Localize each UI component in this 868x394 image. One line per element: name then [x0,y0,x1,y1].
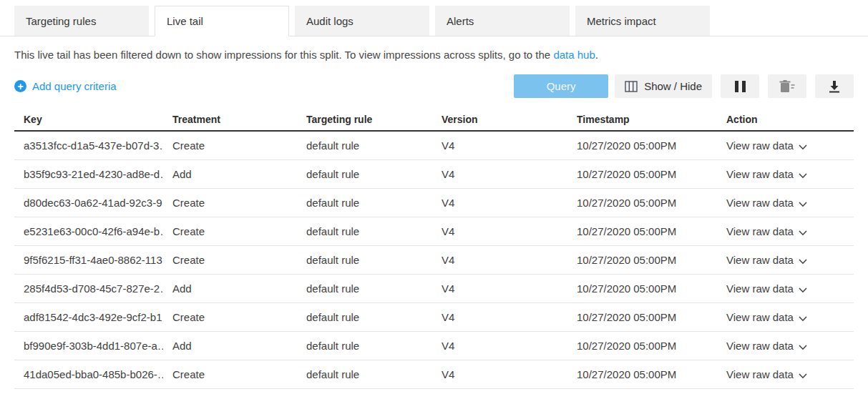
chevron-down-icon [799,140,807,152]
timestamp-cell: 10/27/2020 05:00PM [567,225,717,237]
tab-live-tail[interactable]: Live tail [155,6,289,36]
chevron-down-icon [799,340,807,353]
tab-targeting-rules[interactable]: Targeting rules [14,6,149,36]
tab-metrics-impact[interactable]: Metrics impact [575,6,710,36]
version-cell: V4 [432,311,567,323]
targeting-rule-cell: default rule [297,254,432,266]
key-cell: e5231e63-00c0-42f6-a94e-b… [14,225,163,237]
show-hide-columns-button[interactable]: Show / Hide [615,74,712,98]
timestamp-cell: 10/27/2020 05:00PM [567,168,717,180]
view-raw-data-button[interactable]: View raw data [717,310,854,324]
table-row: 9f5f6215-ff31-4ae0-8862-113… Create defa… [14,246,854,275]
targeting-rule-cell: default rule [297,197,432,209]
col-header-version: Version [432,114,567,125]
pause-button[interactable] [721,74,759,98]
view-raw-data-button[interactable]: View raw data [717,167,854,181]
download-icon [828,80,841,93]
col-header-targeting-rule: Targeting rule [297,114,432,125]
key-cell: bf990e9f-303b-4dd1-807e-a… [14,340,163,352]
view-raw-data-label: View raw data [726,254,794,266]
add-query-criteria-button[interactable]: + Add query criteria [14,80,117,92]
key-cell: d80dec63-0a62-41ad-92c3-9… [14,197,163,209]
view-raw-data-label: View raw data [726,225,794,237]
view-raw-data-button[interactable]: View raw data [717,368,854,381]
chevron-down-icon [799,312,807,324]
treatment-cell: Add [163,282,297,295]
table-row: e5231e63-00c0-42f6-a94e-b… Create defaul… [14,217,854,246]
targeting-rule-cell: default rule [297,340,432,352]
trash-clear-icon [779,80,795,93]
view-raw-data-button[interactable]: View raw data [717,339,854,353]
chevron-down-icon [799,226,807,238]
tab-bar: Targeting rules Live tail Audit logs Ale… [0,0,868,36]
table-row: 285f4d53-d708-45c7-827e-2… Add default r… [14,275,854,303]
chevron-down-icon [799,255,807,267]
table-body: a3513fcc-d1a5-437e-b07d-3… Create defaul… [14,132,854,389]
timestamp-cell: 10/27/2020 05:00PM [567,139,717,152]
pause-icon [735,81,746,92]
table-row: b35f9c93-21ed-4230-ad8e-d… Add default r… [14,160,854,189]
targeting-rule-cell: default rule [297,311,432,323]
targeting-rule-cell: default rule [297,225,432,237]
table-row: a3513fcc-d1a5-437e-b07d-3… Create defaul… [14,132,854,160]
view-raw-data-button[interactable]: View raw data [717,196,854,210]
version-cell: V4 [432,197,567,209]
key-cell: adf81542-4dc3-492e-9cf2-b1… [14,311,163,323]
view-raw-data-label: View raw data [726,282,794,295]
download-button[interactable] [815,74,854,98]
view-raw-data-button[interactable]: View raw data [717,253,854,267]
live-tail-note: This live tail has been filtered down to… [14,49,854,61]
chevron-down-icon [799,197,807,210]
timestamp-cell: 10/27/2020 05:00PM [567,197,717,209]
treatment-cell: Create [163,368,297,380]
col-header-treatment: Treatment [163,114,297,125]
version-cell: V4 [432,368,567,380]
tab-audit-logs[interactable]: Audit logs [295,6,429,36]
table-header-row: Key Treatment Targeting rule Version Tim… [14,108,854,132]
table-row: adf81542-4dc3-492e-9cf2-b1… Create defau… [14,303,854,332]
treatment-cell: Create [163,139,297,152]
version-cell: V4 [432,225,567,237]
data-hub-link[interactable]: data hub [553,49,595,61]
view-raw-data-label: View raw data [726,197,794,209]
treatment-cell: Create [163,311,297,323]
version-cell: V4 [432,168,567,180]
timestamp-cell: 10/27/2020 05:00PM [567,311,717,323]
treatment-cell: Add [163,168,297,180]
view-raw-data-label: View raw data [726,368,794,380]
chevron-down-icon [799,169,807,181]
treatment-cell: Add [163,340,297,352]
view-raw-data-button[interactable]: View raw data [717,225,854,238]
query-button[interactable]: Query [514,74,608,98]
chevron-down-icon [799,369,807,381]
view-raw-data-button[interactable]: View raw data [717,282,854,295]
treatment-cell: Create [163,225,297,237]
table-row: bf990e9f-303b-4dd1-807e-a… Add default r… [14,332,854,360]
view-raw-data-label: View raw data [726,340,794,352]
version-cell: V4 [432,254,567,266]
chevron-down-icon [799,283,807,295]
version-cell: V4 [432,282,567,295]
plus-icon: + [14,80,26,92]
clear-log-button[interactable] [768,74,806,98]
note-text-end: . [595,49,598,61]
table-row: 41da05ed-bba0-485b-b026-… Create default… [14,360,854,389]
col-header-key: Key [14,114,163,125]
view-raw-data-button[interactable]: View raw data [717,139,854,152]
tab-alerts[interactable]: Alerts [435,6,570,36]
add-query-criteria-label: Add query criteria [32,80,117,92]
toolbar: + Add query criteria Query Show / Hide [14,74,854,98]
col-header-action: Action [717,114,854,125]
timestamp-cell: 10/27/2020 05:00PM [567,368,717,380]
timestamp-cell: 10/27/2020 05:00PM [567,254,717,266]
key-cell: a3513fcc-d1a5-437e-b07d-3… [14,139,163,152]
key-cell: 41da05ed-bba0-485b-b026-… [14,368,163,380]
table-row: d80dec63-0a62-41ad-92c3-9… Create defaul… [14,189,854,217]
key-cell: 9f5f6215-ff31-4ae0-8862-113… [14,254,163,266]
show-hide-label: Show / Hide [644,80,702,92]
key-cell: 285f4d53-d708-45c7-827e-2… [14,282,163,295]
key-cell: b35f9c93-21ed-4230-ad8e-d… [14,168,163,180]
impressions-table: Key Treatment Targeting rule Version Tim… [14,108,854,389]
view-raw-data-label: View raw data [726,168,794,180]
view-raw-data-label: View raw data [726,139,794,152]
